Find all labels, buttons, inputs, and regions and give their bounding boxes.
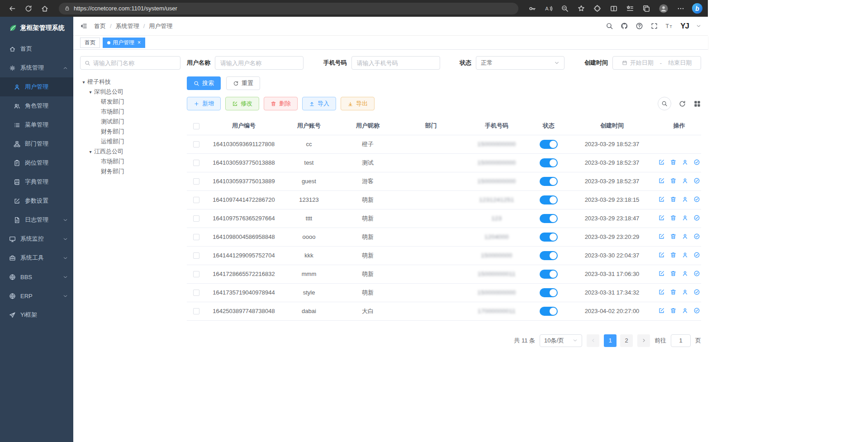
status-toggle[interactable] <box>540 288 558 297</box>
sidebar-item-system[interactable]: 系统管理 <box>0 58 73 77</box>
row-delete-button[interactable] <box>670 252 677 258</box>
sidebar-item-erp[interactable]: ERP <box>0 286 73 305</box>
row-edit-button[interactable] <box>658 307 665 314</box>
sidebar-item-home[interactable]: 首页 <box>0 39 73 58</box>
page-button-2[interactable]: 2 <box>620 334 633 347</box>
delete-button[interactable]: 删除 <box>264 97 298 110</box>
sidebar-fold-icon[interactable] <box>80 22 88 30</box>
row-delete-button[interactable] <box>670 214 677 221</box>
sidebar-item-post[interactable]: 岗位管理 <box>0 153 73 172</box>
row-edit-button[interactable] <box>658 196 665 203</box>
page-size-select[interactable]: 10条/页 <box>540 334 582 347</box>
export-button[interactable]: 导出 <box>341 97 375 110</box>
edit-button[interactable]: 修改 <box>225 97 259 110</box>
status-toggle[interactable] <box>540 270 558 279</box>
tree-node[interactable]: ▾橙子科技 <box>80 77 180 87</box>
address-bar[interactable]: https://ccnetcore.com:1101/system/user <box>59 3 518 14</box>
row-checkbox[interactable] <box>193 271 199 277</box>
search-toggle-button[interactable] <box>658 97 671 110</box>
fullscreen-icon[interactable] <box>650 22 658 30</box>
status-toggle[interactable] <box>540 140 558 149</box>
row-authorize-button[interactable] <box>693 307 700 314</box>
tree-node[interactable]: 运维部门 <box>80 137 180 147</box>
profile-avatar[interactable] <box>659 4 669 14</box>
prev-page-button[interactable] <box>587 334 599 347</box>
caret-down-icon[interactable]: ▾ <box>87 149 94 154</box>
row-reset-password-button[interactable] <box>682 289 688 295</box>
row-authorize-button[interactable] <box>693 196 700 203</box>
status-toggle[interactable] <box>540 307 558 316</box>
split-screen-icon[interactable] <box>610 5 618 13</box>
tree-node[interactable]: ▾深圳总公司 <box>80 87 180 97</box>
status-toggle[interactable] <box>540 177 558 186</box>
extensions-icon[interactable] <box>593 5 602 13</box>
select-all-checkbox[interactable] <box>193 123 199 129</box>
row-reset-password-button[interactable] <box>682 233 688 240</box>
row-edit-button[interactable] <box>658 159 665 166</box>
row-reset-password-button[interactable] <box>682 307 688 314</box>
sidebar-item-monitor[interactable]: 系统监控 <box>0 229 73 248</box>
row-edit-button[interactable] <box>658 252 665 258</box>
search-icon[interactable] <box>606 22 613 30</box>
breadcrumb-home[interactable]: 首页 <box>94 22 106 30</box>
tag-home[interactable]: 首页 <box>80 38 100 48</box>
sidebar-item-dept[interactable]: 部门管理 <box>0 134 73 153</box>
department-search-input[interactable] <box>93 60 176 67</box>
username-input[interactable] <box>215 56 304 70</box>
row-reset-password-button[interactable] <box>682 159 688 166</box>
sidebar-item-log[interactable]: 日志管理 <box>0 210 73 229</box>
status-toggle[interactable] <box>540 233 558 242</box>
row-delete-button[interactable] <box>670 159 677 166</box>
row-checkbox[interactable] <box>193 252 199 259</box>
row-checkbox[interactable] <box>193 308 199 314</box>
favorite-add-icon[interactable] <box>577 5 585 13</box>
row-checkbox[interactable] <box>193 215 199 222</box>
caret-down-icon[interactable]: ▾ <box>87 90 94 95</box>
status-toggle[interactable] <box>540 195 558 204</box>
close-icon[interactable]: × <box>138 39 141 46</box>
browser-home-icon[interactable] <box>41 5 49 13</box>
more-menu-icon[interactable] <box>677 5 685 13</box>
breadcrumb-system[interactable]: 系统管理 <box>116 22 139 30</box>
row-delete-button[interactable] <box>670 233 677 240</box>
tree-node[interactable]: ▾江西总公司 <box>80 147 180 157</box>
sidebar-item-user[interactable]: 用户管理 <box>0 77 73 96</box>
sidebar-item-bbs[interactable]: BBS <box>0 267 73 286</box>
password-key-icon[interactable] <box>528 5 536 13</box>
sidebar-item-dict[interactable]: 字典管理 <box>0 172 73 191</box>
collections-icon[interactable] <box>642 5 650 13</box>
tree-node[interactable]: 市场部门 <box>80 107 180 117</box>
row-checkbox[interactable] <box>193 290 199 296</box>
sidebar-item-tools[interactable]: 系统工具 <box>0 248 73 267</box>
tree-node[interactable]: 市场部门 <box>80 157 180 166</box>
row-edit-button[interactable] <box>658 214 665 221</box>
column-settings-button[interactable] <box>693 100 701 108</box>
row-checkbox[interactable] <box>193 178 199 185</box>
goto-page-input[interactable] <box>671 334 691 347</box>
user-avatar[interactable]: YJ <box>680 22 689 31</box>
row-reset-password-button[interactable] <box>682 214 688 221</box>
row-edit-button[interactable] <box>658 289 665 295</box>
back-icon[interactable] <box>8 5 16 13</box>
row-checkbox[interactable] <box>193 160 199 166</box>
reset-button[interactable]: 重置 <box>226 76 260 90</box>
row-reset-password-button[interactable] <box>682 196 688 203</box>
row-edit-button[interactable] <box>658 270 665 277</box>
next-page-button[interactable] <box>637 334 650 347</box>
zoom-out-icon[interactable] <box>561 5 569 13</box>
row-checkbox[interactable] <box>193 197 199 203</box>
row-checkbox[interactable] <box>193 141 199 147</box>
chevron-down-icon[interactable] <box>696 24 701 29</box>
font-size-icon[interactable]: TT <box>665 22 673 30</box>
row-delete-button[interactable] <box>670 270 677 277</box>
caret-down-icon[interactable]: ▾ <box>80 80 87 85</box>
row-reset-password-button[interactable] <box>682 177 688 184</box>
row-authorize-button[interactable] <box>693 233 700 240</box>
refresh-button[interactable] <box>678 100 686 108</box>
favorites-bar-icon[interactable] <box>626 5 634 13</box>
status-toggle[interactable] <box>540 251 558 260</box>
row-authorize-button[interactable] <box>693 159 700 166</box>
status-toggle[interactable] <box>540 158 558 167</box>
row-authorize-button[interactable] <box>693 289 700 295</box>
github-icon[interactable] <box>621 22 628 30</box>
